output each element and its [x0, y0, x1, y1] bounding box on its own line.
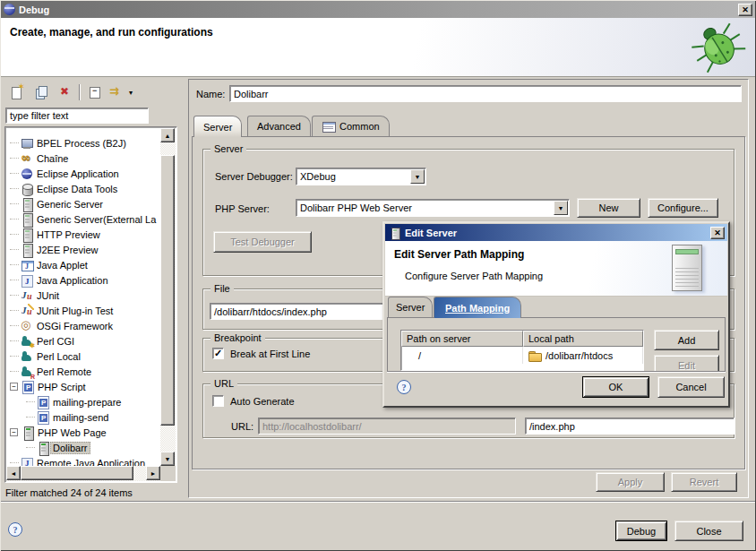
tree-item-junit[interactable]: JUnit: [6, 288, 62, 303]
tree-guide-line: [10, 340, 19, 341]
collapse-expander-icon[interactable]: −: [10, 383, 18, 391]
table-icon: [322, 119, 336, 133]
folder-icon: [528, 349, 542, 363]
filter-button[interactable]: [106, 82, 127, 102]
break-first-line-checkbox[interactable]: ✓: [212, 348, 224, 359]
tree-item-mailing-send[interactable]: mailing-send: [6, 409, 111, 425]
server-debugger-label: Server Debugger:: [215, 171, 293, 182]
server-icon: [20, 243, 34, 257]
scroll-left-icon[interactable]: ◄: [6, 466, 21, 480]
server-debugger-combobox[interactable]: XDebug ▼: [296, 168, 426, 185]
delete-configuration-button[interactable]: [56, 82, 77, 102]
url-path-input[interactable]: /index.php: [525, 418, 735, 435]
path-mapping-table[interactable]: Path on serverLocal path//dolibarr/htdoc…: [400, 330, 644, 371]
auto-generate-checkbox[interactable]: [212, 395, 224, 407]
tree-item-perl-remote[interactable]: RPerl Remote: [6, 364, 94, 379]
mapping-row-local-path[interactable]: /dolibarr/htdocs: [523, 347, 643, 364]
tab-server[interactable]: Server: [193, 116, 242, 137]
tree-item-osgi-framework[interactable]: OSGi Framework: [6, 318, 116, 333]
name-label: Name:: [196, 89, 225, 99]
horizontal-scroll-thumb[interactable]: [21, 466, 133, 480]
dialog-close-icon[interactable]: ✕: [710, 227, 725, 239]
revert-button: Revert: [671, 472, 737, 492]
dialog-tab-path-mapping[interactable]: Path Mapping: [434, 297, 521, 318]
tree-guide-line: [10, 203, 19, 204]
junit-icon: [20, 288, 34, 303]
tree-item-bpel-process-b2j-[interactable]: BPEL Process (B2J): [6, 135, 129, 151]
tree-item-label: Eclipse Data Tools: [34, 183, 120, 195]
tree-item-dolibarr[interactable]: Dolibarr: [6, 440, 90, 455]
tree-item-eclipse-application[interactable]: Eclipse Application: [6, 166, 122, 181]
tree-guide-line: [10, 188, 19, 189]
filter-menu-button[interactable]: ▾: [125, 82, 136, 102]
duplicate-configuration-button[interactable]: [30, 82, 52, 102]
tree-item-label: Remote Java Application: [34, 457, 148, 467]
tree-item-label: Perl Remote: [34, 366, 94, 378]
tree-item-j2ee-preview[interactable]: J2EE Preview: [6, 242, 100, 257]
dialog-heading: Edit Server Path Mapping: [394, 248, 524, 261]
add-mapping-button[interactable]: Add: [654, 330, 719, 350]
tab-common[interactable]: Common: [312, 116, 390, 136]
tab-common-label: Common: [339, 121, 380, 132]
tree-item-junit-plug-in-test[interactable]: JUnit Plug-in Test: [6, 303, 116, 318]
duplicate-icon: [34, 85, 48, 99]
close-button[interactable]: Close: [674, 521, 743, 541]
php-server-value: Dolibarr PHP Web Server: [300, 202, 412, 213]
tree-item-perl-cgi[interactable]: ✱Perl CGI: [6, 333, 77, 349]
window-close-icon[interactable]: ✕: [738, 4, 752, 16]
scroll-right-icon[interactable]: ►: [146, 466, 160, 480]
dialog-tabbar: Server Path Mapping: [387, 297, 726, 317]
tree-item-generic-server[interactable]: Generic Server: [6, 196, 106, 211]
tree-item-java-applet[interactable]: Java Applet: [6, 257, 90, 272]
dialog-titlebar: Edit Server ✕: [385, 224, 727, 241]
tree-item-java-application[interactable]: Java Application: [6, 272, 111, 288]
configure-server-button[interactable]: Configure...: [648, 198, 718, 218]
tree-horizontal-scrollbar[interactable]: ◄ ►: [6, 466, 160, 481]
local-path-value: /dolibarr/htdocs: [546, 350, 613, 361]
new-server-button[interactable]: New: [577, 198, 640, 218]
vertical-scroll-thumb[interactable]: [160, 155, 175, 426]
collapse-expander-icon[interactable]: −: [10, 428, 18, 436]
ok-button[interactable]: OK: [582, 376, 649, 398]
filter-input[interactable]: type filter text: [5, 108, 149, 124]
tree-item-mailing-prepare[interactable]: mailing-prepare: [6, 394, 124, 409]
dialog-help-icon[interactable]: ?: [397, 380, 411, 394]
tab-advanced[interactable]: Advanced: [247, 116, 311, 136]
tree-item-generic-server-external-la[interactable]: Generic Server(External La: [6, 211, 159, 227]
combo-arrow-icon[interactable]: ▼: [554, 201, 568, 215]
tree-item-perl-local[interactable]: Perl Local: [6, 349, 83, 364]
test-debugger-button: Test Debugger: [213, 231, 312, 253]
server-group-title: Server: [210, 143, 246, 154]
apply-button: Apply: [596, 472, 665, 492]
tree-item-php-web-page[interactable]: −PHP Web Page: [6, 425, 109, 440]
debug-configurations-window: Debug ✕ Create, manage, and run configur…: [0, 0, 756, 551]
php-server-combobox[interactable]: Dolibarr PHP Web Server ▼: [296, 199, 570, 217]
tree-item-http-preview[interactable]: HTTP Preview: [6, 227, 103, 242]
junit-plugin-icon: [20, 304, 34, 318]
url-group-title: URL: [210, 378, 237, 389]
file-path-value: /dolibarr/htdocs/index.php: [214, 306, 327, 317]
tree-item-php-script[interactable]: −PHP Script: [6, 379, 89, 394]
name-input[interactable]: Dolibarr: [229, 85, 742, 102]
cancel-button[interactable]: Cancel: [657, 376, 725, 398]
auto-generate-label: Auto Generate: [230, 396, 295, 407]
breakpoint-group-title: Breakpoint: [210, 332, 265, 343]
tree-item-label: Java Applet: [34, 259, 90, 271]
scroll-down-icon[interactable]: ▼: [160, 452, 175, 466]
help-icon[interactable]: ?: [8, 522, 22, 537]
column-header-path-on-server[interactable]: Path on server: [401, 331, 523, 347]
dialog-tab-server[interactable]: Server: [388, 297, 433, 317]
tree-item-remote-java-application[interactable]: Remote Java Application: [6, 455, 148, 466]
new-configuration-button[interactable]: [5, 82, 27, 102]
collapse-all-button[interactable]: [83, 82, 105, 102]
mapping-row-server-path[interactable]: /: [401, 347, 523, 364]
debug-button[interactable]: Debug: [615, 521, 667, 541]
tree-item-label: J2EE Preview: [34, 244, 100, 256]
tree-item-cha-ne[interactable]: Chaîne: [6, 151, 71, 166]
scroll-up-icon[interactable]: ▲: [160, 128, 175, 142]
url-path-value: /index.php: [529, 421, 575, 432]
combo-arrow-icon[interactable]: ▼: [410, 169, 425, 184]
tree-vertical-scrollbar[interactable]: ▲ ▼: [160, 128, 176, 466]
column-header-local-path[interactable]: Local path: [523, 331, 643, 347]
tree-item-eclipse-data-tools[interactable]: Eclipse Data Tools: [6, 181, 120, 196]
